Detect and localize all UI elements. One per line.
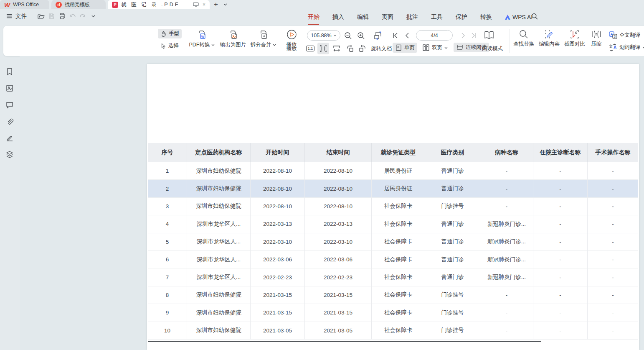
export-image-button[interactable]: 输出为图片 xyxy=(216,29,250,49)
table-cell: 社会保障卡 xyxy=(372,304,425,322)
compress-icon xyxy=(591,29,601,39)
table-cell: - xyxy=(588,180,638,197)
table-cell: 门诊挂号 xyxy=(425,198,480,215)
screenshot-compare-button[interactable]: 截图对比 xyxy=(562,29,587,48)
table-row: 2深圳市妇幼保健院2022-08-102022-08-10居民身份证普通门诊--… xyxy=(148,180,638,197)
table-cell: 深圳市龙华区人... xyxy=(187,268,251,286)
comment-icon[interactable] xyxy=(5,101,14,109)
zoom-level-select[interactable]: 105.88% xyxy=(307,30,340,41)
prev-page-icon xyxy=(405,33,409,38)
close-tab-icon[interactable]: × xyxy=(203,2,205,8)
column-header: 就诊凭证类型 xyxy=(372,143,425,162)
tab-insert[interactable]: 插入 xyxy=(332,13,345,22)
tab-document[interactable]: P 就 医 记 录 .PDF × xyxy=(108,0,210,9)
read-mode-label: 阅读模式 xyxy=(479,45,505,52)
first-page-button[interactable] xyxy=(391,31,400,40)
thumbnail-icon[interactable] xyxy=(5,84,14,92)
table-cell: - xyxy=(480,304,533,322)
edit-content-button[interactable]: 编辑内容 xyxy=(537,29,562,48)
table-cell: 2022-02-23 xyxy=(251,268,305,286)
tab-docer-templates[interactable]: d 找稻壳模板 xyxy=(51,0,106,9)
document-area[interactable]: 序号定点医药机构名称开始时间结束时间就诊凭证类型医疗类别病种名称住院主诊断名称手… xyxy=(20,56,644,350)
full-translate-button[interactable]: A文 全文翻译 xyxy=(606,30,643,40)
table-cell: 2022-03-06 xyxy=(305,251,372,268)
tab-wps-ai[interactable]: WPS AI xyxy=(505,13,533,21)
new-tab-icon[interactable]: + xyxy=(211,0,221,9)
page-number-input[interactable]: 4/4 xyxy=(416,30,453,41)
fit-page-button[interactable] xyxy=(317,43,329,54)
divider xyxy=(280,29,280,53)
select-tool-button[interactable]: 选择 xyxy=(158,41,181,51)
signature-icon[interactable] xyxy=(5,134,14,142)
prev-page-button[interactable] xyxy=(403,31,412,40)
tab-list-chevron-icon[interactable] xyxy=(221,0,229,9)
table-cell: 2021-03-15 xyxy=(251,304,305,322)
open-folder-icon[interactable] xyxy=(37,12,45,20)
bookmark-icon[interactable] xyxy=(5,68,14,76)
fit-width-button[interactable] xyxy=(331,43,342,54)
table-cell: 2022-08-10 xyxy=(251,180,305,197)
tab-page[interactable]: 页面 xyxy=(381,13,394,22)
table-cell: 新冠肺炎门诊... xyxy=(480,233,533,251)
tab-wps-home[interactable]: W WPS Office xyxy=(0,0,49,9)
rotate-right-button[interactable] xyxy=(357,43,368,54)
split-merge-icon xyxy=(258,29,269,40)
table-cell: 深圳市妇幼保健院 xyxy=(187,198,251,215)
find-replace-button[interactable]: 查找替换 xyxy=(511,29,536,48)
single-page-icon xyxy=(395,44,402,51)
menu-search-icon[interactable] xyxy=(531,13,538,20)
print-icon[interactable] xyxy=(58,12,66,20)
single-page-button[interactable]: 单页 xyxy=(393,43,417,53)
hamburger-icon[interactable] xyxy=(5,12,13,20)
page-refresh-button[interactable] xyxy=(372,29,384,42)
quickbar-chevron-icon[interactable] xyxy=(89,12,97,20)
tab-label: WPS Office xyxy=(13,2,39,8)
table-cell: 2022-03-10 xyxy=(251,233,305,251)
read-mode-button[interactable] xyxy=(483,29,495,41)
table-cell: 3 xyxy=(148,198,187,215)
table-cell: 2022-03-06 xyxy=(251,251,305,268)
screenshot-compare-icon xyxy=(570,29,580,39)
save-icon[interactable] xyxy=(48,12,56,20)
tab-convert[interactable]: 转换 xyxy=(480,13,492,22)
undo-icon[interactable] xyxy=(68,12,76,20)
table-cell: - xyxy=(480,286,533,304)
ribbon-tabs: 开始 插入 编辑 页面 批注 工具 保护 转换 WPS AI xyxy=(307,9,533,25)
table-row: 6深圳市龙华区人...2022-03-062022-03-06社会保障卡普通门诊… xyxy=(148,251,638,268)
file-menu[interactable]: 文件 xyxy=(15,13,27,20)
tab-tools[interactable]: 工具 xyxy=(431,13,443,22)
book-icon xyxy=(484,30,494,40)
continuous-read-icon xyxy=(456,44,464,51)
table-cell: 深圳市龙华区人... xyxy=(187,251,251,268)
hand-icon xyxy=(160,31,167,37)
tab-protect[interactable]: 保护 xyxy=(455,13,468,22)
rotate-left-button[interactable] xyxy=(344,43,356,54)
tab-edit[interactable]: 编辑 xyxy=(357,13,369,22)
word-translate-button[interactable]: 文A 划词翻译 xyxy=(606,42,644,53)
tab-comment[interactable]: 批注 xyxy=(406,13,418,22)
compress-button[interactable]: 压缩 xyxy=(586,29,606,48)
next-page-button[interactable] xyxy=(459,31,468,40)
table-row: 1深圳市妇幼保健院2022-08-102022-08-10居民身份证普通门诊--… xyxy=(148,162,638,180)
table-cell: 社会保障卡 xyxy=(372,322,425,340)
table-cell: - xyxy=(533,180,588,197)
last-page-button[interactable] xyxy=(469,31,478,40)
column-header: 医疗类别 xyxy=(425,143,480,162)
redo-icon[interactable] xyxy=(79,12,87,20)
tab-home[interactable]: 开始 xyxy=(307,13,320,22)
pdf-convert-button[interactable]: W PDF转换 xyxy=(186,29,218,49)
column-header: 手术操作名称 xyxy=(588,143,638,162)
table-cell: 2022-08-10 xyxy=(305,162,372,180)
layers-icon[interactable] xyxy=(5,151,14,159)
zoom-in-button[interactable] xyxy=(355,30,366,41)
screen-share-icon[interactable] xyxy=(193,2,199,7)
table-cell: 2022-08-10 xyxy=(251,198,305,215)
table-cell: 深圳市妇幼保健院 xyxy=(187,180,251,197)
zoom-out-button[interactable] xyxy=(342,30,353,41)
table-cell: - xyxy=(533,251,588,268)
split-merge-button[interactable]: 拆分合并 xyxy=(247,29,279,49)
attachment-icon[interactable] xyxy=(5,118,14,126)
hand-tool-button[interactable]: 手型 xyxy=(158,29,182,38)
double-page-button[interactable]: 双页 xyxy=(420,43,450,53)
actual-size-button[interactable]: 1:1 xyxy=(305,43,316,54)
